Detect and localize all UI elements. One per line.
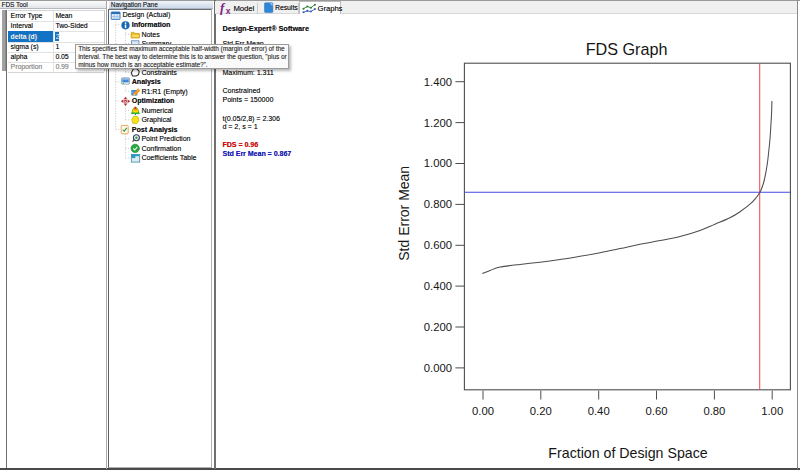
svg-text:0.600: 0.600 — [424, 239, 452, 251]
svg-text:0.000: 0.000 — [424, 362, 452, 374]
svg-text:0.60: 0.60 — [646, 405, 668, 417]
svg-text:FDS Graph: FDS Graph — [586, 40, 668, 58]
svg-text:0.40: 0.40 — [588, 405, 610, 417]
svg-text:0.400: 0.400 — [424, 280, 452, 292]
svg-text:Fraction of Design Space: Fraction of Design Space — [548, 445, 707, 461]
svg-text:0.00: 0.00 — [472, 405, 494, 417]
svg-text:0.20: 0.20 — [530, 405, 552, 417]
svg-text:1.200: 1.200 — [424, 117, 452, 129]
svg-text:0.800: 0.800 — [424, 198, 452, 210]
svg-text:1.00: 1.00 — [761, 405, 783, 417]
svg-text:0.80: 0.80 — [703, 405, 725, 417]
svg-text:Std Error Mean: Std Error Mean — [397, 166, 413, 261]
svg-text:1.400: 1.400 — [424, 76, 452, 88]
svg-text:0.200: 0.200 — [424, 321, 452, 333]
svg-text:1.000: 1.000 — [424, 157, 452, 169]
